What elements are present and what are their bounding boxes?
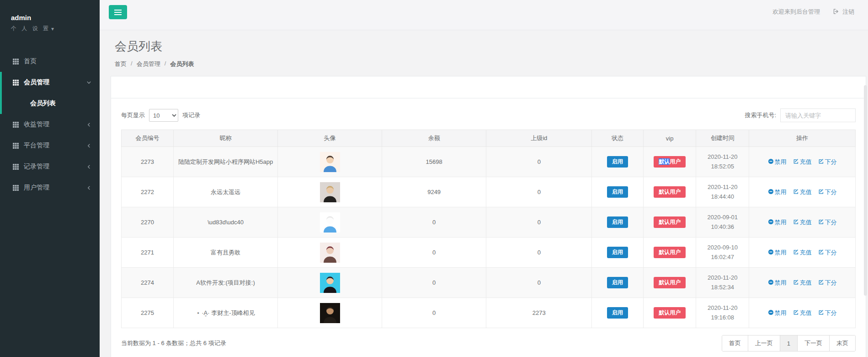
recharge-label: 充值 [800, 279, 812, 287]
deduct-link[interactable]: 下分 [818, 218, 837, 227]
first-page-button[interactable]: 首页 [722, 335, 748, 351]
balance-cell: 15698 [382, 147, 486, 177]
nickname-cell: 永远太遥远 [174, 177, 278, 207]
parent-id-cell: 0 [486, 268, 592, 298]
ban-icon [768, 249, 774, 256]
sidebar-item-records[interactable]: 记录管理 [0, 156, 100, 177]
created-time-cell: 2020-09-0110:40:36 [696, 207, 749, 238]
created-clock: 16:02:47 [700, 253, 745, 262]
card-header [111, 76, 866, 98]
recharge-link[interactable]: 充值 [793, 249, 812, 257]
sidebar-item-home[interactable]: 首页 [0, 51, 100, 72]
records-info: 当前数据为 1 - 6 条数据；总共 6 项记录 [121, 339, 226, 347]
scrollbar-thumb[interactable] [864, 85, 867, 296]
balance-cell: 0 [382, 238, 486, 268]
parent-id-cell: 0 [486, 147, 592, 177]
status-badge: 启用 [607, 307, 628, 318]
disable-link[interactable]: 禁用 [768, 309, 787, 317]
recharge-link[interactable]: 充值 [793, 279, 812, 287]
deduct-link[interactable]: 下分 [818, 279, 837, 287]
welcome-text: 欢迎来到后台管理 [772, 8, 820, 16]
topbar: 欢迎来到后台管理 注销 [100, 0, 868, 30]
column-header: 余额 [382, 130, 486, 147]
edit-icon [793, 249, 799, 256]
sidebar-item-members[interactable]: 会员管理 [0, 72, 100, 93]
created-clock: 18:44:40 [700, 192, 745, 201]
recharge-link[interactable]: 充值 [793, 188, 812, 196]
page-1-page-button[interactable]: 1 [780, 335, 797, 351]
logout-link[interactable]: 注销 [833, 8, 854, 16]
deduct-link[interactable]: 下分 [818, 249, 837, 257]
avatar-cell [278, 177, 382, 207]
grid-icon [13, 164, 19, 170]
table-body: 2273陆陆定制开发网站小程序网站H5app156980启用默认用户2020-1… [122, 147, 856, 328]
breadcrumb-item[interactable]: 首页 [115, 60, 127, 68]
nickname-cell: \ud83d\udc40 [174, 207, 278, 238]
parent-id-cell: 0 [486, 177, 592, 207]
column-header: vip [643, 130, 696, 147]
per-page-select[interactable]: 10 [149, 109, 178, 122]
content-card: 每页显示 10 项记录 搜索手机号: 会员编号昵称头像余额上级id状 [111, 76, 866, 357]
disable-link[interactable]: 禁用 [768, 249, 787, 257]
per-page-suffix-label: 项记录 [182, 111, 200, 119]
vip-badge: 默认用户 [654, 277, 686, 288]
edit-icon [793, 158, 799, 166]
breadcrumb-item[interactable]: 会员管理 [137, 60, 160, 68]
table-row: 2271富有且勇敢00启用默认用户2020-09-1016:02:47禁用充值下… [122, 238, 856, 268]
logout-icon [833, 8, 839, 16]
sidebar-item-label: 会员管理 [24, 78, 49, 87]
disable-link[interactable]: 禁用 [768, 218, 787, 227]
last-page-button[interactable]: 末页 [829, 335, 855, 351]
sidebar-item-platform[interactable]: 平台管理 [0, 135, 100, 156]
page-header: 会员列表 首页/会员管理/会员列表 [100, 30, 868, 68]
deduct-label: 下分 [825, 158, 837, 166]
edit-icon [818, 219, 824, 226]
sidebar-subitem-member-list[interactable]: 会员列表 [0, 93, 100, 114]
parent-id-cell: 0 [486, 207, 592, 238]
chevron-left-icon [86, 164, 91, 169]
vip-cell: 默认用户 [643, 268, 696, 298]
avatar-cell [278, 207, 382, 238]
avatar [282, 303, 378, 323]
member-table: 会员编号昵称头像余额上级id状态vip创建时间操作 2273陆陆定制开发网站小程… [121, 130, 856, 328]
deduct-link[interactable]: 下分 [818, 158, 837, 166]
table-footer: 当前数据为 1 - 6 条数据；总共 6 项记录 首页上一页1下一页末页 [121, 328, 856, 357]
recharge-link[interactable]: 充值 [793, 309, 812, 317]
grid-icon [13, 59, 19, 65]
avatar [282, 182, 378, 202]
deduct-link[interactable]: 下分 [818, 309, 837, 317]
disable-link[interactable]: 禁用 [768, 158, 787, 166]
created-clock: 19:16:08 [700, 313, 745, 322]
recharge-link[interactable]: 充值 [793, 158, 812, 166]
avatar [282, 212, 378, 233]
vip-cell: 默认用户 [643, 298, 696, 328]
disable-link[interactable]: 禁用 [768, 279, 787, 287]
prev-page-button[interactable]: 上一页 [748, 335, 780, 351]
personal-settings-label: 个 人 设 置 [11, 25, 50, 32]
sidebar-item-users[interactable]: 用户管理 [0, 177, 100, 198]
vip-cell: 默认用户 [643, 177, 696, 207]
personal-settings-toggle[interactable]: 个 人 设 置 ▾ [11, 25, 56, 32]
sidebar-toggle-button[interactable] [109, 5, 127, 19]
per-page-prefix-label: 每页显示 [121, 111, 145, 119]
table-row: 2274A软件开发:(项目对接:)00启用默认用户2020-11-2018:52… [122, 268, 856, 298]
ban-icon [768, 189, 774, 196]
avatar-cell [278, 268, 382, 298]
status-cell: 启用 [592, 207, 643, 238]
deduct-link[interactable]: 下分 [818, 188, 837, 196]
vip-badge: 默认用户 [654, 307, 686, 318]
next-page-button[interactable]: 下一页 [797, 335, 829, 351]
vip-cell: 默认用户 [643, 238, 696, 268]
recharge-link[interactable]: 充值 [793, 218, 812, 227]
disable-link[interactable]: 禁用 [768, 188, 787, 196]
status-cell: 启用 [592, 238, 643, 268]
created-date: 2020-11-20 [700, 183, 745, 192]
status-cell: 启用 [592, 298, 643, 328]
search-input[interactable] [780, 108, 856, 122]
avatar [282, 273, 378, 293]
edit-icon [793, 219, 799, 226]
breadcrumb-item: 会员列表 [170, 60, 194, 68]
sidebar-item-earnings[interactable]: 收益管理 [0, 114, 100, 135]
avatar [282, 152, 378, 172]
disable-label: 禁用 [775, 158, 787, 166]
